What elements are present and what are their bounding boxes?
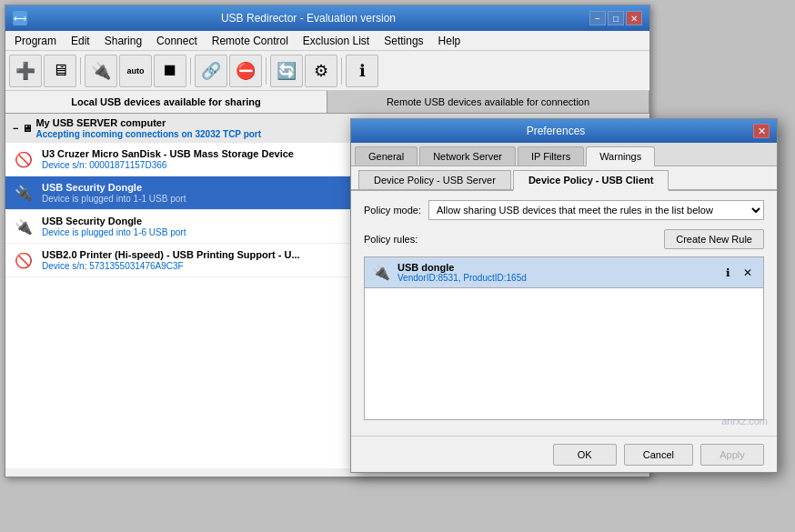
collapse-icon: − [13, 123, 18, 134]
dialog-tab-network-server[interactable]: Network Server [419, 146, 516, 166]
dialog-close-button[interactable]: ✕ [753, 124, 770, 138]
dialog-content: Policy mode: Allow sharing USB devices t… [351, 191, 777, 429]
dialog-subtab-bar: Device Policy - USB Server Device Policy… [351, 166, 777, 191]
dialog-tab-general[interactable]: General [355, 146, 418, 166]
device-name-3: USB2.0 Printer (Hi-speed) - USB Printing… [42, 249, 300, 260]
toolbar: ➕ 🖥 🔌 auto ⏹ 🔗 ⛔ 🔄 ⚙ ℹ [5, 51, 649, 91]
rules-list: 🔌 USB dongle VendorID:8531, ProductID:16… [364, 256, 764, 420]
device-details-2: USB Security Dongle Device is plugged in… [42, 216, 186, 237]
toolbar-settings-button[interactable]: ⚙ [305, 55, 337, 87]
toolbar-share-button[interactable]: 🔌 [85, 55, 117, 87]
main-title-bar: ⟷ USB Redirector - Evaluation version − … [5, 5, 649, 31]
maximize-button[interactable]: □ [608, 11, 624, 25]
policy-mode-row: Policy mode: Allow sharing USB devices t… [364, 200, 764, 220]
toolbar-disconnect-button[interactable]: ⛔ [229, 55, 262, 87]
menu-sharing[interactable]: Sharing [99, 33, 147, 49]
device-sub-0: Device s/n: 00001871157D366 [42, 160, 294, 170]
menu-bar: Program Edit Sharing Connect Remote Cont… [5, 31, 649, 51]
window-controls: − □ ✕ [589, 11, 642, 25]
group-sub: Accepting incoming connections on 32032 … [35, 129, 261, 139]
device-details-0: U3 Cruzer Micro SanDisk - USB Mass Stora… [42, 148, 294, 170]
rule-info-button[interactable]: ℹ [720, 265, 736, 281]
toolbar-monitor-button[interactable]: 🖥 [44, 55, 76, 87]
apply-button[interactable]: Apply [700, 444, 764, 466]
device-icon-2: 🔌 [13, 216, 35, 237]
device-name-1: USB Security Dongle [42, 182, 186, 193]
toolbar-stop-button[interactable]: ⏹ [154, 55, 186, 87]
group-info: My USB SERVER computer Accepting incomin… [35, 117, 261, 139]
create-new-rule-button[interactable]: Create New Rule [664, 229, 764, 249]
toolbar-sep-2 [190, 57, 191, 85]
tab-remote-devices[interactable]: Remote USB devices available for connect… [327, 91, 649, 113]
dialog-subtab-server[interactable]: Device Policy - USB Server [358, 170, 511, 189]
device-name-2: USB Security Dongle [42, 216, 186, 226]
toolbar-info-button[interactable]: ℹ [346, 55, 378, 87]
device-tabs: Local USB devices available for sharing … [5, 91, 649, 114]
main-close-button[interactable]: ✕ [626, 11, 642, 25]
policy-rules-label: Policy rules: [364, 234, 418, 245]
toolbar-auto-button[interactable]: auto [119, 55, 152, 87]
device-name-0: U3 Cruzer Micro SanDisk - USB Mass Stora… [42, 148, 294, 159]
rule-name-0: USB dongle [398, 262, 714, 273]
cancel-button[interactable]: Cancel [624, 444, 693, 466]
device-details-3: USB2.0 Printer (Hi-speed) - USB Printing… [42, 249, 300, 271]
dialog-subtab-client[interactable]: Device Policy - USB Client [513, 170, 669, 191]
device-icon-3: 🚫 [13, 249, 35, 271]
device-sub-3: Device s/n: 5731355031476A9C3F [42, 261, 300, 271]
menu-remote-control[interactable]: Remote Control [206, 33, 294, 49]
toolbar-add-button[interactable]: ➕ [9, 55, 42, 87]
preferences-dialog: Preferences ✕ General Network Server IP … [350, 118, 778, 473]
tab-local-devices[interactable]: Local USB devices available for sharing [5, 91, 327, 113]
rule-item-0[interactable]: 🔌 USB dongle VendorID:8531, ProductID:16… [365, 257, 763, 288]
dialog-tab-ip-filters[interactable]: IP Filters [518, 146, 584, 166]
app-icon: ⟷ [13, 11, 27, 25]
policy-mode-label: Policy mode: [364, 205, 421, 216]
menu-program[interactable]: Program [9, 33, 62, 49]
group-name: My USB SERVER computer [35, 117, 261, 128]
minimize-button[interactable]: − [589, 11, 606, 25]
menu-settings[interactable]: Settings [378, 33, 428, 49]
device-details-1: USB Security Dongle Device is plugged in… [42, 182, 186, 204]
main-title: USB Redirector - Evaluation version [27, 12, 589, 25]
toolbar-refresh-button[interactable]: 🔄 [270, 55, 303, 87]
policy-mode-select[interactable]: Allow sharing USB devices that meet the … [428, 200, 764, 220]
dialog-footer: OK Cancel Apply [351, 436, 777, 472]
ok-button[interactable]: OK [553, 444, 617, 466]
toolbar-sep-4 [341, 57, 342, 85]
toolbar-connect-button[interactable]: 🔗 [195, 55, 227, 87]
menu-exclusion-list[interactable]: Exclusion List [297, 33, 375, 49]
rule-delete-button[interactable]: ✕ [740, 265, 756, 281]
menu-edit[interactable]: Edit [65, 33, 96, 49]
dialog-tab-bar: General Network Server IP Filters Warnin… [351, 143, 777, 166]
menu-connect[interactable]: Connect [151, 33, 203, 49]
dialog-title-bar: Preferences ✕ [351, 119, 777, 143]
rule-text-0: USB dongle VendorID:8531, ProductID:165d [398, 262, 714, 283]
dialog-title: Preferences [358, 125, 753, 137]
device-icon-1: 🔌 [13, 182, 35, 204]
rule-icon-0: 🔌 [372, 264, 392, 281]
dialog-tab-warnings[interactable]: Warnings [586, 146, 655, 166]
device-sub-1: Device is plugged into 1-1 USB port [42, 194, 186, 204]
device-sub-2: Device is plugged into 1-6 USB port [42, 227, 186, 237]
toolbar-sep-1 [80, 57, 81, 85]
toolbar-sep-3 [266, 57, 267, 85]
device-icon-0: 🚫 [13, 148, 35, 170]
rule-detail-0: VendorID:8531, ProductID:165d [398, 273, 714, 283]
rule-actions-0: ℹ ✕ [720, 265, 756, 281]
menu-help[interactable]: Help [433, 33, 467, 49]
group-icon: 🖥 [22, 123, 32, 134]
